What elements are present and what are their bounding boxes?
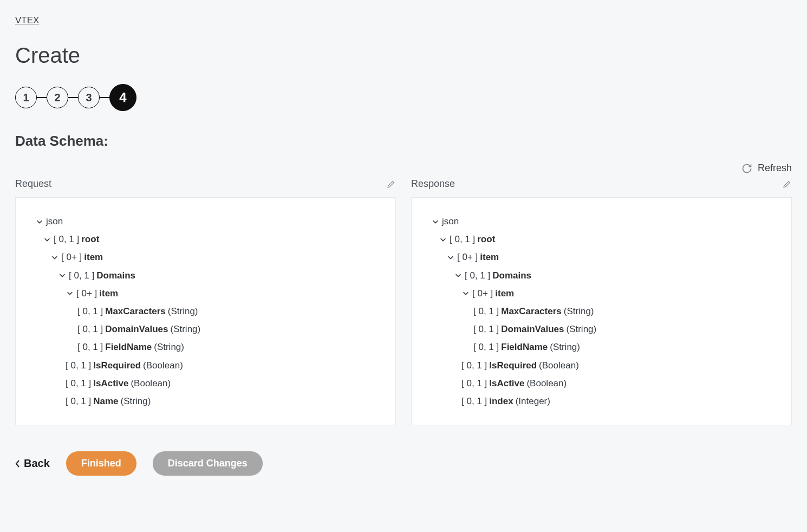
response-column: Response json [ 0, 1 ] root [ 0+ ] item … [411,178,792,425]
refresh-label: Refresh [758,163,792,174]
node-cardinality: [ 0, 1 ] [461,394,487,408]
tree-node: [ 0, 1 ] Domains [431,268,772,283]
breadcrumb-link[interactable]: VTEX [15,15,39,25]
node-type: (String) [154,340,184,354]
node-name: root [81,232,99,246]
tree-node: [ 0, 1 ] FieldName (String) [431,340,772,354]
node-type: (String) [564,304,594,319]
node-name: FieldName [105,340,152,354]
edit-icon[interactable] [782,179,792,189]
tree-node: [ 0, 1 ] IsRequired (Boolean) [35,358,376,373]
chevron-down-icon[interactable] [35,217,44,226]
chevron-down-icon[interactable] [66,289,74,297]
node-cardinality: [ 0+ ] [472,286,493,301]
node-cardinality: [ 0, 1 ] [69,268,94,283]
tree-node: [ 0, 1 ] index (Integer) [431,394,772,408]
step-3[interactable]: 3 [78,87,100,108]
node-name: DomainValues [105,322,168,336]
node-type: (String) [550,340,580,354]
chevron-down-icon[interactable] [446,253,455,262]
node-name: MaxCaracters [105,304,166,319]
node-name: item [495,286,514,301]
node-cardinality: [ 0, 1 ] [450,232,475,246]
step-4[interactable]: 4 [109,84,136,111]
node-label: json [46,214,63,229]
node-name: IsActive [489,376,524,391]
tree-node: [ 0, 1 ] IsRequired (Boolean) [431,358,772,373]
node-type: (String) [168,304,198,319]
node-type: (String) [566,322,596,336]
edit-icon[interactable] [386,179,396,189]
response-label: Response [411,178,455,190]
node-type: (Boolean) [526,376,567,391]
finished-button[interactable]: Finished [66,451,136,476]
chevron-down-icon[interactable] [454,271,463,280]
refresh-icon [741,163,752,174]
tree-node: [ 0, 1 ] MaxCaracters (String) [35,304,376,319]
step-1[interactable]: 1 [15,87,37,108]
request-panel: json [ 0, 1 ] root [ 0+ ] item [ 0, 1 ] … [15,197,396,425]
chevron-down-icon[interactable] [461,289,470,297]
step-connector [37,97,47,98]
node-name: index [489,394,513,408]
step-connector [100,97,109,98]
chevron-down-icon[interactable] [439,235,447,244]
node-type: (Boolean) [143,358,183,373]
stepper: 1 2 3 4 [15,84,792,111]
back-label: Back [24,457,50,470]
node-name: DomainValues [501,322,564,336]
chevron-left-icon [15,460,21,468]
tree-node: [ 0, 1 ] DomainValues (String) [431,322,772,336]
node-cardinality: [ 0+ ] [457,250,478,264]
page-title: Create [15,43,792,68]
tree-node: [ 0+ ] item [35,286,376,301]
request-label: Request [15,178,51,190]
node-label: json [442,214,459,229]
node-cardinality: [ 0, 1 ] [77,322,103,336]
refresh-button[interactable]: Refresh [741,163,792,174]
node-cardinality: [ 0, 1 ] [66,394,91,408]
node-name: item [480,250,499,264]
request-header: Request [15,178,396,190]
node-type: (String) [170,322,200,336]
tree-node: [ 0, 1 ] MaxCaracters (String) [431,304,772,319]
node-cardinality: [ 0, 1 ] [66,376,91,391]
node-name: MaxCaracters [501,304,562,319]
node-cardinality: [ 0, 1 ] [77,340,103,354]
node-name: FieldName [501,340,548,354]
node-cardinality: [ 0, 1 ] [473,322,499,336]
node-cardinality: [ 0, 1 ] [473,340,499,354]
node-cardinality: [ 0, 1 ] [66,358,91,373]
node-name: root [477,232,495,246]
node-name: IsActive [93,376,128,391]
node-cardinality: [ 0, 1 ] [461,376,487,391]
node-name: IsRequired [489,358,537,373]
node-cardinality: [ 0, 1 ] [473,304,499,319]
node-type: (String) [121,394,151,408]
node-name: Name [93,394,118,408]
tree-node-root: json [431,214,772,229]
node-type: (Boolean) [131,376,171,391]
chevron-down-icon[interactable] [50,253,59,262]
discard-button[interactable]: Discard Changes [153,451,263,476]
node-name: item [84,250,103,264]
tree-node: [ 0, 1 ] root [431,232,772,246]
node-name: IsRequired [93,358,141,373]
chevron-down-icon[interactable] [58,271,67,280]
tree-node: [ 0, 1 ] FieldName (String) [35,340,376,354]
node-cardinality: [ 0, 1 ] [54,232,79,246]
chevron-down-icon[interactable] [431,217,440,226]
node-cardinality: [ 0+ ] [76,286,97,301]
request-column: Request json [ 0, 1 ] root [ 0+ ] item [… [15,178,396,425]
tree-node: [ 0+ ] item [431,250,772,264]
node-name: item [99,286,118,301]
back-button[interactable]: Back [15,457,50,470]
tree-node: [ 0, 1 ] IsActive (Boolean) [35,376,376,391]
response-header: Response [411,178,792,190]
step-2[interactable]: 2 [47,87,68,108]
tree-node-root: json [35,214,376,229]
node-cardinality: [ 0, 1 ] [465,268,490,283]
step-connector [68,97,78,98]
tree-node: [ 0, 1 ] DomainValues (String) [35,322,376,336]
chevron-down-icon[interactable] [43,235,51,244]
